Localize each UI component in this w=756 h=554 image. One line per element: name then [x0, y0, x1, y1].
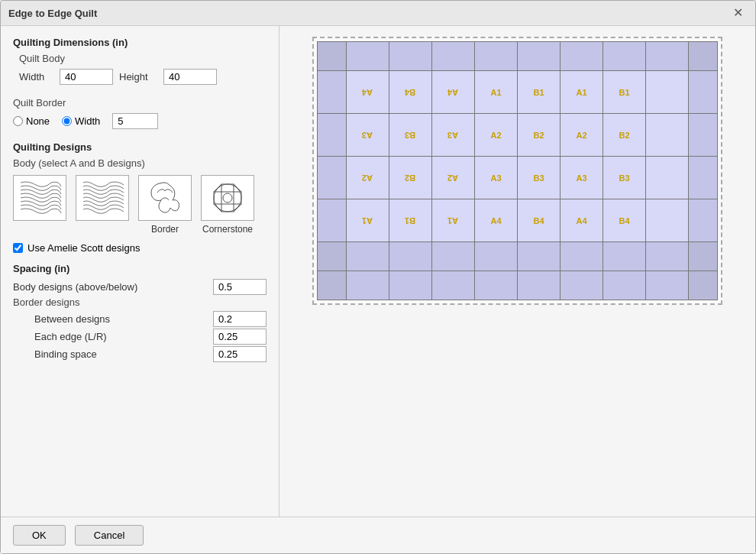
cell-label: B3	[619, 173, 629, 183]
cell-label: A3	[447, 131, 458, 140]
quilt-cell: A3	[347, 114, 389, 157]
design-a-item	[13, 175, 66, 235]
quilt-cell	[646, 242, 689, 271]
cancel-button[interactable]: Cancel	[75, 525, 144, 546]
quilt-cell: A3	[561, 157, 603, 199]
none-radio-label: None	[26, 115, 50, 127]
border-design-item: Border	[138, 175, 192, 235]
quilt-cell	[646, 71, 689, 114]
width-radio[interactable]	[62, 116, 72, 126]
cell-label: B1	[405, 216, 415, 225]
cell-label: A3	[576, 173, 586, 183]
body-designs-label: Body (select A and B designs)	[13, 157, 267, 169]
quilt-cell	[646, 114, 689, 157]
spacing-section: Spacing (in) Body designs (above/below) …	[13, 263, 267, 364]
cell-label: B2	[619, 131, 629, 140]
close-button[interactable]: ✕	[729, 5, 748, 21]
quilt-cell	[518, 271, 561, 300]
quilt-cell	[318, 242, 347, 271]
quilt-cell: A1	[347, 199, 389, 242]
quilt-cell	[432, 42, 475, 71]
quilt-cell: B4	[603, 199, 646, 242]
quilt-cell: A2	[561, 114, 603, 157]
quilt-preview-container: A4B4A4A1B1A1B1A3B3A3A2B2A2B2A2B2A2A3B3A3…	[312, 37, 722, 305]
border-designs-label: Border designs	[13, 296, 267, 308]
quilt-cell	[389, 271, 432, 300]
spacing-title: Spacing (in)	[13, 263, 267, 274]
quilt-cell: A1	[432, 199, 475, 242]
dialog-title: Edge to Edge Quilt	[8, 8, 97, 19]
designs-grid: Border	[13, 175, 267, 235]
use-amelie-label: Use Amelie Scott designs	[27, 242, 140, 254]
quilt-cell	[603, 42, 646, 71]
none-option: None	[13, 115, 50, 127]
border-width-input[interactable]	[112, 113, 158, 129]
button-row: OK Cancel	[1, 517, 755, 553]
border-design-thumbnail[interactable]	[138, 175, 192, 221]
quilt-cell	[318, 42, 347, 71]
quilt-cell	[518, 42, 561, 71]
quilt-cell	[475, 242, 518, 271]
quilt-cell: A4	[347, 71, 389, 114]
cell-label: A4	[447, 88, 458, 97]
quilt-cell: A1	[475, 71, 518, 114]
svg-point-3	[223, 193, 232, 202]
between-designs-row: Between designs	[13, 311, 267, 327]
quilt-cell	[389, 242, 432, 271]
cell-label: B4	[533, 216, 544, 225]
title-bar: Edge to Edge Quilt ✕	[1, 1, 755, 26]
cornerstone-design-label: Cornerstone	[202, 224, 253, 235]
each-edge-input[interactable]	[213, 329, 267, 345]
cell-label: A1	[576, 88, 586, 97]
quilt-cell	[646, 199, 689, 242]
between-designs-input[interactable]	[213, 311, 267, 327]
quilt-cell: B1	[518, 71, 561, 114]
quilt-cell: A1	[561, 71, 603, 114]
quilt-cell	[689, 199, 718, 242]
quilt-cell	[475, 42, 518, 71]
quilting-dimensions-section: Quilting Dimensions (in) Quilt Body Widt…	[13, 37, 267, 88]
cell-label: A3	[490, 173, 501, 183]
body-designs-spacing-input[interactable]	[213, 279, 267, 295]
height-input[interactable]	[163, 69, 217, 85]
quilt-cell	[318, 271, 347, 300]
quilt-cell: B1	[603, 71, 646, 114]
cell-label: A1	[362, 216, 373, 225]
svg-point-0	[214, 184, 241, 212]
cell-label: A2	[362, 173, 373, 183]
quilt-border-section: Quilt Border None Width	[13, 97, 267, 132]
binding-space-input[interactable]	[213, 346, 267, 362]
left-panel: Quilting Dimensions (in) Quilt Body Widt…	[1, 26, 279, 517]
ok-button[interactable]: OK	[13, 525, 66, 546]
design-b-thumbnail[interactable]	[76, 175, 129, 221]
each-edge-label: Each edge (L/R)	[24, 331, 107, 342]
design-a-thumbnail[interactable]	[13, 175, 66, 221]
quilt-dimensions-row: Width Height	[19, 69, 267, 85]
none-radio[interactable]	[13, 116, 23, 126]
quilt-cell	[389, 42, 432, 71]
quilt-cell: B3	[518, 157, 561, 199]
quilt-cell: B2	[389, 157, 432, 199]
quilt-body-label: Quilt Body	[19, 53, 267, 64]
each-edge-row: Each edge (L/R)	[13, 329, 267, 345]
quilt-cell: A3	[432, 114, 475, 157]
quilt-cell	[689, 157, 718, 199]
quilt-cell	[689, 271, 718, 300]
quilt-cell: A4	[475, 199, 518, 242]
binding-space-row: Binding space	[13, 346, 267, 362]
width-input[interactable]	[60, 69, 113, 85]
quilt-cell	[347, 242, 389, 271]
dialog-body: Quilting Dimensions (in) Quilt Body Widt…	[1, 26, 755, 517]
quilt-cell: B4	[518, 199, 561, 242]
cornerstone-design-thumbnail[interactable]	[201, 175, 254, 221]
quilt-cell	[689, 71, 718, 114]
quilt-cell: A2	[475, 114, 518, 157]
quilt-cell	[347, 271, 389, 300]
quilt-cell	[646, 157, 689, 199]
cell-label: A4	[490, 216, 501, 225]
use-amelie-checkbox[interactable]	[13, 243, 23, 253]
quilt-cell: B2	[518, 114, 561, 157]
body-designs-spacing-row: Body designs (above/below)	[13, 279, 267, 295]
svg-line-5	[234, 184, 241, 192]
cell-label: B2	[533, 131, 544, 140]
